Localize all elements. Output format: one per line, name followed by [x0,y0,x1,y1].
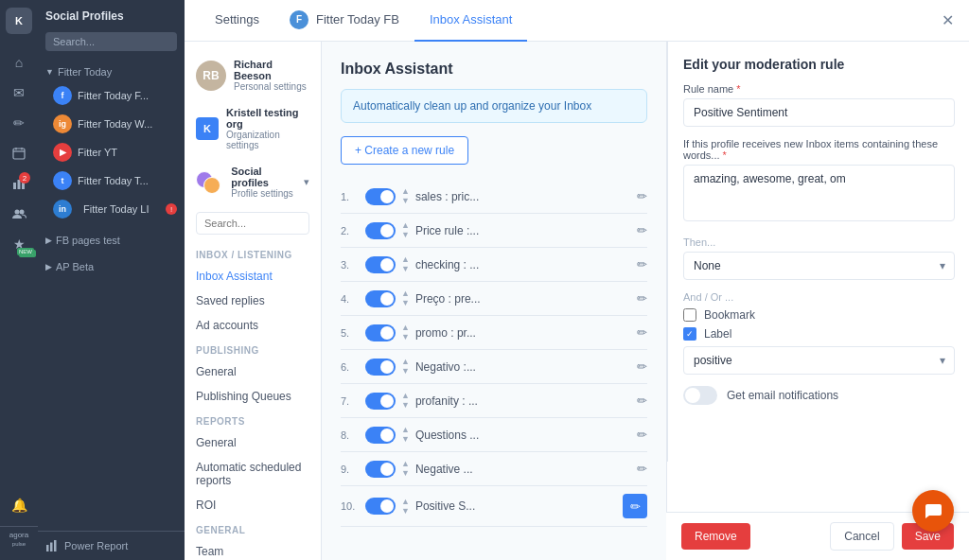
tab-fitter-today-fb[interactable]: F Fitter Today FB [274,0,414,42]
social-chevron-icon: ▾ [304,176,309,188]
nav-ad-accounts[interactable]: Ad accounts [185,313,321,338]
fitter-today-fb-item[interactable]: f Fitter Today F... [38,81,185,110]
arrow-up-icon[interactable]: ▲ [401,498,410,506]
nav-social-item[interactable]: Social profiles Profile settings ▾ [185,160,321,204]
rule-toggle[interactable] [365,461,396,478]
ap-beta-header[interactable]: ▶ AP Beta [38,257,185,276]
fb-pages-test-header[interactable]: ▶ FB pages test [38,231,185,250]
tw-dot: t [53,171,72,190]
label-select[interactable]: positive negative neutral [683,346,955,375]
analytics-icon[interactable]: 2 [6,170,32,197]
nav-org-info: Kristell testing org Organization settin… [226,107,309,150]
arrow-up-icon[interactable]: ▲ [401,221,410,230]
cancel-button[interactable]: Cancel [830,522,893,551]
arrow-up-icon[interactable]: ▲ [401,187,410,196]
arrow-down-icon[interactable]: ▼ [401,469,410,478]
settings-tabs: Settings F Fitter Today FB Inbox Assista… [185,0,969,42]
notification-icon[interactable]: 🔔 [6,492,32,518]
remove-button[interactable]: Remove [681,523,750,550]
arrow-down-icon[interactable]: ▼ [401,231,410,239]
rule-edit-button[interactable]: ✏ [637,257,647,271]
arrow-down-icon[interactable]: ▼ [401,333,410,341]
rule-edit-button[interactable]: ✏ [637,394,647,408]
rule-toggle[interactable] [365,256,396,273]
rule-toggle[interactable] [365,427,396,444]
arrow-down-icon[interactable]: ▼ [401,401,410,410]
nav-user-item[interactable]: RB Richard Beeson Personal settings [185,53,321,97]
nav-general-publishing[interactable]: General [185,359,321,384]
chat-bubble[interactable] [912,490,954,532]
nav-general-reports[interactable]: General [185,430,321,455]
fitter-today-ig-item[interactable]: ig Fitter Today W... [38,110,185,138]
svg-point-7 [14,210,19,215]
tab-settings[interactable]: Settings [200,0,274,42]
arrow-up-icon[interactable]: ▲ [401,324,410,332]
rule-edit-button[interactable]: ✏ [637,428,647,442]
nav-saved-replies[interactable]: Saved replies [185,289,321,313]
compose-icon[interactable]: ✏ [6,110,32,136]
people-icon[interactable] [6,201,32,227]
fitter-yt-item[interactable]: ▶ Fitter YT [38,138,185,166]
rule-edit-button[interactable]: ✏ [637,223,647,237]
nav-team[interactable]: Team [185,539,321,560]
label-label[interactable]: Label [704,327,731,341]
rule-toggle[interactable] [365,498,396,515]
nav-publishing-queues[interactable]: Publishing Queues [185,384,321,409]
inbox-icon[interactable]: ✉ [6,79,32,106]
nav-inbox-assistant[interactable]: Inbox Assistant [185,264,321,289]
fitter-today-tw-item[interactable]: t Fitter Today T... [38,166,185,195]
rule-toggle[interactable] [365,393,396,410]
rule-edit-button[interactable]: ✏ [637,291,647,306]
then-select[interactable]: None Archive Delete Assign [683,252,955,280]
nav-roi[interactable]: ROI [185,493,321,517]
rule-toggle[interactable] [365,324,396,341]
rule-name-input[interactable] [683,98,955,127]
rule-edit-button[interactable]: ✏ [637,325,647,340]
inbox-assistant-title: Inbox Assistant [341,61,647,78]
nav-section-general: General [185,517,321,539]
arrow-down-icon[interactable]: ▼ [401,299,410,307]
arrow-down-icon[interactable]: ▼ [401,507,410,516]
tab-inbox-assistant[interactable]: Inbox Assistant [414,0,527,42]
arrow-down-icon[interactable]: ▼ [401,367,410,376]
nav-org-item[interactable]: K Kristell testing org Organization sett… [185,101,321,156]
close-button[interactable]: ✕ [942,11,954,29]
home-icon[interactable]: ⌂ [6,49,32,76]
fitter-today-group: ▼ Fitter Today f Fitter Today F... ig Fi… [38,59,185,227]
rule-toggle[interactable] [365,188,396,205]
arrow-up-icon[interactable]: ▲ [401,426,410,434]
arrow-down-icon[interactable]: ▼ [401,435,410,444]
edit-panel-wrapper: Edit your moderation rule Rule name * If… [666,42,969,560]
arrow-up-icon[interactable]: ▲ [401,460,410,468]
email-toggle[interactable] [683,386,717,405]
settings-area: Settings F Fitter Today FB Inbox Assista… [185,0,969,560]
rule-edit-button[interactable]: ✏ [637,189,647,203]
rule-toggle[interactable] [365,290,396,307]
arrow-up-icon[interactable]: ▲ [401,255,410,264]
bookmark-label[interactable]: Bookmark [704,308,755,322]
words-textarea[interactable]: amazing, awesome, great, om [683,165,955,221]
fitter-today-li-item[interactable]: in Fitter Today LI ! [38,195,185,223]
arrow-up-icon[interactable]: ▲ [401,358,410,366]
nav-automatic-scheduled-reports[interactable]: Automatic scheduled reports [185,455,321,493]
arrow-down-icon[interactable]: ▼ [401,197,410,205]
arrow-up-icon[interactable]: ▲ [401,392,410,400]
power-report-link[interactable]: Power Report [45,539,177,552]
rule-item: 9. ▲ ▼ Negative ... ✏ [341,452,647,486]
bookmark-checkbox[interactable] [683,308,696,322]
arrow-up-icon[interactable]: ▲ [401,289,410,298]
rule-edit-button[interactable]: ✏ [637,359,647,374]
calendar-icon[interactable] [6,140,32,166]
fitter-today-group-header[interactable]: ▼ Fitter Today [38,62,185,81]
nav-search-input[interactable] [196,212,309,235]
user-avatar[interactable]: K [6,8,32,34]
arrow-down-icon[interactable]: ▼ [401,265,410,273]
label-checkbox-checked[interactable]: ✓ [683,327,696,341]
rule-edit-active-button[interactable]: ✏ [623,494,647,518]
star-icon[interactable]: ★ NEW [6,231,32,257]
rule-toggle[interactable] [365,359,396,376]
rule-edit-button[interactable]: ✏ [637,462,647,476]
profile-search-input[interactable] [45,32,177,51]
create-rule-button[interactable]: + Create a new rule [341,136,468,165]
rule-toggle[interactable] [365,222,396,239]
